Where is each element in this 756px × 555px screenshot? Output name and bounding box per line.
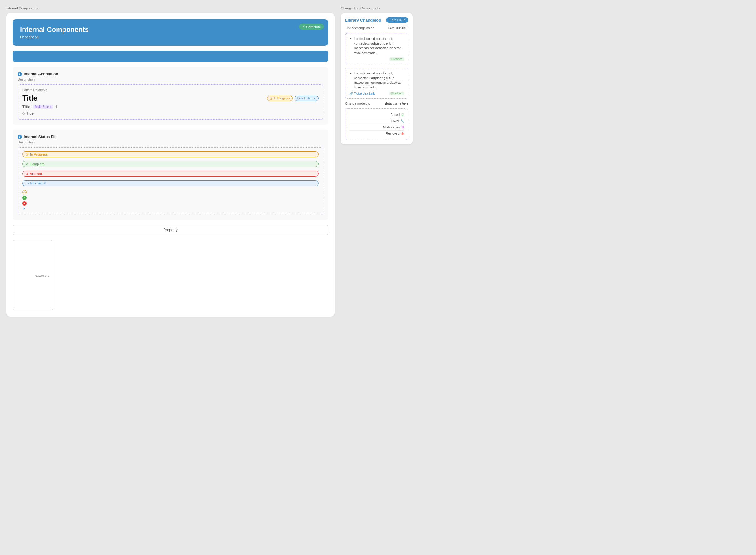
property-bar[interactable]: Property xyxy=(12,225,328,235)
circle-small-icon: ◎ xyxy=(22,112,25,115)
orange-circle-icon: ◷ xyxy=(22,190,27,195)
annotation-dashed-box: Pattern Library v2 Title ◷ In Progress L… xyxy=(17,84,323,120)
complete-badge: ✓ Complete xyxy=(299,24,324,30)
change-entry-1-footer: ☑ Added xyxy=(349,57,404,61)
pill-blocked[interactable]: ⊗ Blocked xyxy=(22,171,319,177)
fixed-icon: 🔧 xyxy=(400,119,404,123)
change-entry-2: Lorem ipsum dolor sit amet, consectetur … xyxy=(345,68,408,99)
name-input[interactable]: Enter name here xyxy=(385,102,409,105)
status-dot-icon: ● xyxy=(17,135,22,139)
size-state-label: Size/State xyxy=(16,275,49,278)
title-label: Title xyxy=(22,104,31,109)
change-entry-1-item: Lorem ipsum dolor sit amet, consectetur … xyxy=(354,37,404,55)
hero-banner: Internal Components Description ✓ Comple… xyxy=(12,19,328,46)
modification-icon: ⚙ xyxy=(401,126,404,129)
check-icon-added-2: ☑ xyxy=(391,92,394,95)
pattern-label: Pattern Library v2 xyxy=(22,88,319,92)
badge-row: ◷ In Progress Link to Jira ↗ xyxy=(267,96,319,101)
size-state-container: Size/State xyxy=(12,240,53,310)
change-entry-2-footer: 🔗 Ticket Jira Link ☑ Added xyxy=(349,92,404,95)
badge-in-progress[interactable]: ◷ In Progress xyxy=(267,96,293,101)
title-row: Title ◷ In Progress Link to Jira ↗ xyxy=(22,94,319,102)
change-entry-1-list: Lorem ipsum dolor sit amet, consectetur … xyxy=(349,37,404,55)
annotation-header: ● Internal Annotation xyxy=(17,72,323,76)
size-state-preview xyxy=(16,244,49,272)
blue-bar xyxy=(12,51,328,62)
annotation-dot-icon: ● xyxy=(17,72,22,76)
pill-in-progress[interactable]: ◷ In Progress xyxy=(22,151,319,157)
status-pill-section: ● Internal Status Pill Description ◷ In … xyxy=(12,130,328,220)
removed-icon: 🗑 xyxy=(401,132,404,135)
status-pill-header: ● Internal Status Pill xyxy=(17,135,323,139)
link-jira-pill[interactable]: Link to Jira ↗ xyxy=(22,180,319,186)
ticket-jira-link[interactable]: 🔗 Ticket Jira Link xyxy=(349,92,374,95)
changelog-card: Library Changelog Hero Cloud Title of ch… xyxy=(341,13,413,144)
check-icon-added: ☑ xyxy=(391,57,394,60)
option-removed[interactable]: Removed 🗑 xyxy=(349,131,404,136)
info-icon: ℹ xyxy=(56,105,57,109)
changelog-title: Library Changelog xyxy=(345,18,381,23)
icon-row: ◷ ✓ ⊗ ↗ xyxy=(22,190,319,211)
change-meta: Title of change made Date: 00/00/00 xyxy=(345,27,408,30)
annotation-section: ● Internal Annotation Description Patter… xyxy=(12,67,328,125)
title-big: Title xyxy=(22,94,38,102)
hero-cloud-badge[interactable]: Hero Cloud xyxy=(386,17,408,23)
annotation-desc: Description xyxy=(17,78,323,81)
added-tag-2: ☑ Added xyxy=(389,92,404,95)
multi-select-badge[interactable]: Multi-Select xyxy=(33,105,53,109)
clock-icon-pill: ◷ xyxy=(26,152,29,156)
title-small: ◎ Title xyxy=(22,111,319,116)
right-section-label: Change Log Components xyxy=(341,6,413,10)
change-entry-1: Lorem ipsum dolor sit amet, consectetur … xyxy=(345,33,408,65)
block-icon-pill: ⊗ xyxy=(26,172,29,176)
main-card: Internal Components Description ✓ Comple… xyxy=(6,13,334,316)
option-added[interactable]: Added ☑ xyxy=(349,112,404,118)
added-icon: ☑ xyxy=(401,113,404,117)
change-made-by-label: Change made by: xyxy=(345,102,370,105)
option-fixed[interactable]: Fixed 🔧 xyxy=(349,118,404,124)
green-circle-icon: ✓ xyxy=(22,196,27,200)
change-title: Title of change made xyxy=(345,27,374,30)
change-made-by: Change made by: Enter name here xyxy=(345,102,408,105)
hero-description: Description xyxy=(20,35,321,39)
ticket-icon: 🔗 xyxy=(349,92,353,95)
check-icon-pill: ✓ xyxy=(26,162,29,166)
pills-container: ◷ In Progress ✓ Complete ⊗ Blocked Lin xyxy=(22,151,319,189)
status-dashed-box: ◷ In Progress ✓ Complete ⊗ Blocked Lin xyxy=(17,147,323,215)
inline-row: Title Multi-Select ℹ xyxy=(22,104,319,109)
left-section-label: Internal Components xyxy=(6,6,334,10)
clock-icon: ◷ xyxy=(270,96,273,100)
changelog-header: Library Changelog Hero Cloud xyxy=(345,17,408,23)
option-modification[interactable]: Modification ⚙ xyxy=(349,124,404,131)
status-pill-desc: Description xyxy=(17,140,323,144)
red-circle-icon: ⊗ xyxy=(22,201,27,206)
arrow-icon: ↗ xyxy=(22,207,319,211)
change-entry-2-list: Lorem ipsum dolor sit amet, consectetur … xyxy=(349,71,404,90)
check-icon: ✓ xyxy=(302,25,305,29)
changelog-options: Added ☑ Fixed 🔧 Modification ⚙ Removed 🗑 xyxy=(345,109,408,140)
change-date: Date: 00/00/00 xyxy=(388,27,408,30)
badge-link-jira[interactable]: Link to Jira ↗ xyxy=(294,96,319,101)
added-tag-1: ☑ Added xyxy=(389,57,404,61)
hero-title: Internal Components xyxy=(20,26,321,34)
pill-complete[interactable]: ✓ Complete xyxy=(22,161,319,167)
change-entry-2-item: Lorem ipsum dolor sit amet, consectetur … xyxy=(354,71,404,90)
size-state-preview-bottom xyxy=(16,278,49,306)
